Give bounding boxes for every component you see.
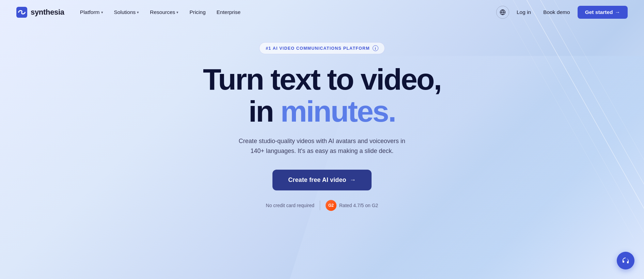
nav-item-platform[interactable]: Platform ▾: [75, 6, 108, 18]
nav-item-resources[interactable]: Resources ▾: [145, 6, 183, 18]
g2-rating-text: Rated 4.7/5 on G2: [339, 203, 378, 208]
synthesia-logo-icon: [16, 7, 27, 18]
logo-text: synthesia: [31, 8, 64, 17]
hero-subtitle: Create studio-quality videos with AI ava…: [234, 136, 411, 156]
navbar: synthesia Platform ▾ Solutions ▾ Resourc…: [0, 0, 644, 25]
g2-logo: G2: [326, 200, 336, 211]
nav-item-enterprise[interactable]: Enterprise: [212, 6, 246, 18]
nav-menu: Platform ▾ Solutions ▾ Resources ▾ Prici…: [75, 6, 246, 18]
nav-right: Log in Book demo Get started →: [496, 6, 628, 19]
logo[interactable]: synthesia: [16, 7, 64, 18]
hero-section: #1 AI VIDEO COMMUNICATIONS PLATFORM i Tu…: [0, 25, 644, 211]
cta-button[interactable]: Create free AI video →: [272, 170, 372, 190]
footer-divider: [320, 201, 320, 210]
hero-badge: #1 AI VIDEO COMMUNICATIONS PLATFORM i: [259, 42, 385, 54]
cta-label: Create free AI video: [288, 176, 346, 184]
nav-left: synthesia Platform ▾ Solutions ▾ Resourc…: [16, 6, 245, 18]
nav-item-pricing[interactable]: Pricing: [185, 6, 210, 18]
support-chat-button[interactable]: [617, 252, 634, 269]
chevron-down-icon: ▾: [176, 10, 178, 15]
badge-text: #1 AI VIDEO COMMUNICATIONS PLATFORM: [266, 46, 370, 51]
badge-info-button[interactable]: i: [373, 45, 378, 51]
nav-item-solutions[interactable]: Solutions ▾: [109, 6, 144, 18]
login-link[interactable]: Log in: [512, 6, 536, 18]
no-credit-card-text: No credit card required: [266, 203, 314, 208]
headphones-icon: [622, 257, 630, 265]
cta-arrow-icon: →: [350, 176, 356, 184]
hero-title-line1: Turn text to video,: [203, 64, 441, 95]
language-selector-button[interactable]: [496, 6, 509, 19]
g2-badge: G2 Rated 4.7/5 on G2: [326, 200, 378, 211]
book-demo-link[interactable]: Book demo: [538, 6, 575, 18]
hero-title-line2-highlight: minutes.: [280, 94, 395, 128]
get-started-button[interactable]: Get started →: [578, 6, 628, 19]
hero-footer: No credit card required G2 Rated 4.7/5 o…: [266, 200, 378, 211]
hero-title-line2-plain: in: [249, 94, 281, 128]
arrow-icon: →: [615, 9, 621, 15]
hero-title-line2: in minutes.: [249, 95, 396, 128]
chevron-down-icon: ▾: [137, 10, 139, 15]
chevron-down-icon: ▾: [101, 10, 103, 15]
globe-icon: [500, 9, 506, 15]
